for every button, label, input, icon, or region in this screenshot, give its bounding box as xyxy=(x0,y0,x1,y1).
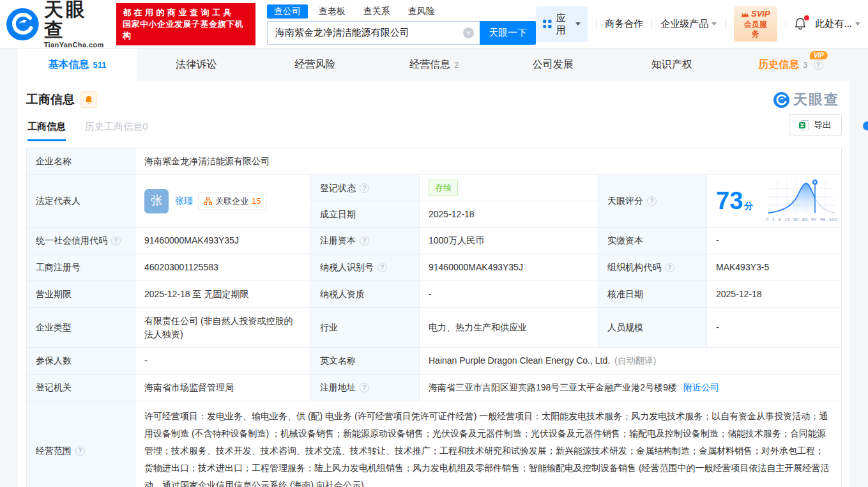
business-info-table: 企业名称 海南紫金龙净清洁能源有限公司 法定代表人 张 张瑾 关联企业 15 登… xyxy=(26,148,842,487)
subtab-business-info[interactable]: 工商信息 xyxy=(27,121,66,141)
search-button[interactable]: 天眼一下 xyxy=(480,21,536,45)
org-code-value: MAK493Y3-5 xyxy=(707,254,842,281)
company-section-tabs: 基本信息 511 法律诉讼 经营风险 经营信息 2 公司发展 知识产权 历史信息… xyxy=(0,49,868,81)
search-tab-boss[interactable]: 查老板 xyxy=(312,4,353,19)
company-type-value: 有限责任公司 (非自然人投资或控股的法人独资) xyxy=(135,308,311,348)
field-label: 组织机构代码? xyxy=(598,254,707,281)
field-label: 企业类型 xyxy=(27,308,135,348)
help-icon[interactable]: ? xyxy=(360,236,369,245)
tab-count: 511 xyxy=(93,60,107,70)
taxpayer-id-value: 91460000MAK493Y35J xyxy=(420,254,598,281)
caret-down-icon xyxy=(712,22,717,26)
field-label: 纳税人资质 xyxy=(311,281,420,308)
help-icon[interactable]: ? xyxy=(647,196,657,206)
subtab-history-business-info[interactable]: 历史工商信息0 xyxy=(85,121,148,141)
field-label: 企业名称 xyxy=(27,148,135,175)
est-date-value: 2025-12-18 xyxy=(420,201,598,228)
watermark-logo: 天眼查 xyxy=(773,90,842,109)
divider xyxy=(786,19,786,29)
divider xyxy=(651,19,652,29)
help-icon[interactable]: ? xyxy=(75,446,85,456)
field-label: 登记状态? xyxy=(311,175,420,201)
top-bar: 天眼查 TianYanCha.com 都在用的商业查询工具 国家中小企业发展子基… xyxy=(0,0,868,49)
tab-history-info[interactable]: 历史信息 3 ? VIP xyxy=(731,49,850,81)
slogan-badge: 都在用的商业查询工具 国家中小企业发展子基金旗下机构 xyxy=(116,3,255,45)
tianyancha-logo-icon xyxy=(773,92,789,108)
avatar[interactable]: 张 xyxy=(144,189,169,213)
status-badge: 存续 xyxy=(429,180,458,196)
svip-member-button[interactable]: SVIP 会员服务 xyxy=(734,6,777,41)
legal-rep-cell: 张 张瑾 关联企业 15 xyxy=(135,175,311,228)
help-icon[interactable]: ? xyxy=(665,263,674,272)
reg-number-value: 460203001125583 xyxy=(135,254,311,281)
org-chart-icon xyxy=(204,197,212,205)
tab-intellectual-property[interactable]: 知识产权 xyxy=(613,49,731,81)
score-distribution-chart: 0131550859799100 xyxy=(766,178,837,224)
business-term-value: 2025-12-18 至 无固定期限 xyxy=(135,281,311,308)
notifications-button[interactable] xyxy=(794,17,807,31)
tab-operating-risk[interactable]: 经营风险 xyxy=(255,49,374,81)
search-tab-relation[interactable]: 查关系 xyxy=(356,4,397,19)
top-right-nav: 应用 商务合作 企业级产品 SVIP 会员服务 xyxy=(536,6,868,42)
help-icon[interactable]: ? xyxy=(360,183,369,193)
field-label: 参保人数 xyxy=(27,348,135,375)
tab-company-development[interactable]: 公司发展 xyxy=(494,49,613,81)
section-title: 工商信息 xyxy=(26,91,75,108)
company-name-value: 海南紫金龙净清洁能源有限公司 xyxy=(135,148,842,175)
paid-capital-value: - xyxy=(707,228,842,254)
tab-legal-proceedings[interactable]: 法律诉讼 xyxy=(137,49,255,81)
english-name-value: Hainan Purple Dragon Clean Energy Co., L… xyxy=(420,348,842,375)
enterprise-products-menu[interactable]: 企业级产品 xyxy=(660,18,717,30)
score-axis-ticks: 0131550859799100 xyxy=(766,216,837,224)
help-icon[interactable]: ? xyxy=(377,263,387,272)
apps-menu[interactable]: 应用 xyxy=(536,6,588,42)
reg-capital-value: 1000万人民币 xyxy=(420,228,598,254)
monitor-bell-button[interactable] xyxy=(80,91,97,108)
tab-business-info[interactable]: 经营信息 2 xyxy=(374,49,493,81)
field-label: 统一社会信用代码? xyxy=(27,228,135,254)
business-cooperation-link[interactable]: 商务合作 xyxy=(605,18,643,30)
search-area: 查公司 查老板 查关系 查风险 ✕ 天眼一下 xyxy=(267,4,537,45)
field-label: 行业 xyxy=(311,308,420,348)
brand-name: 天眼查 xyxy=(44,0,107,40)
legal-rep-link[interactable]: 张瑾 xyxy=(175,194,193,208)
help-icon[interactable]: ? xyxy=(111,236,121,245)
floating-widget[interactable] xyxy=(863,121,868,130)
bell-icon xyxy=(84,95,93,105)
tab-count: 2 xyxy=(454,60,459,70)
credit-code-value: 91460000MAK493Y35J xyxy=(135,228,311,254)
watermark-text: 天眼查 xyxy=(793,90,839,109)
slogan-line2: 国家中小企业发展子基金旗下机构 xyxy=(123,19,249,42)
vip-tag: VIP xyxy=(810,51,828,59)
tianyancha-logo[interactable]: 天眼查 TianYanCha.com xyxy=(6,0,107,49)
export-button[interactable]: 导出 xyxy=(789,114,842,136)
insured-count-value: - xyxy=(135,348,311,375)
field-label: 天眼评分? xyxy=(598,175,707,228)
score-cell: 73 分 xyxy=(707,175,842,228)
caret-down-icon xyxy=(575,22,581,26)
business-info-card: 工商信息 天眼查 工商信息 历史工商信息0 xyxy=(18,81,850,487)
field-label: 人员规模 xyxy=(598,308,707,348)
search-input[interactable] xyxy=(275,27,464,38)
tab-basic-info[interactable]: 基本信息 511 xyxy=(18,49,137,81)
field-label: 核准日期 xyxy=(598,281,707,308)
reg-status-value: 存续 xyxy=(420,175,598,201)
caret-down-icon xyxy=(855,22,860,26)
clear-search-icon[interactable]: ✕ xyxy=(463,27,474,38)
field-label: 注册地址? xyxy=(311,375,420,401)
nearby-companies-link[interactable]: 附近公司 xyxy=(683,381,719,394)
related-count: 15 xyxy=(252,195,261,208)
reg-address-value: 海南省三亚市吉阳区迎宾路198号三亚太平金融产业港2号楼9楼 附近公司 xyxy=(420,375,842,401)
help-icon[interactable]: ? xyxy=(814,60,823,70)
search-tab-risk[interactable]: 查风险 xyxy=(401,4,442,19)
tianyancha-logo-icon xyxy=(6,8,39,41)
field-label: 英文名称 xyxy=(311,348,420,375)
search-tab-company[interactable]: 查公司 xyxy=(267,4,308,19)
help-icon[interactable]: ? xyxy=(360,383,369,392)
user-account-menu[interactable]: 此处有... xyxy=(815,18,860,30)
field-label: 营业期限 xyxy=(27,281,135,308)
tab-count: 3 xyxy=(803,60,807,70)
field-label: 成立日期 xyxy=(311,201,420,228)
related-companies-badge[interactable]: 关联企业 15 xyxy=(198,192,266,210)
subtabs: 工商信息 历史工商信息0 xyxy=(26,121,148,141)
